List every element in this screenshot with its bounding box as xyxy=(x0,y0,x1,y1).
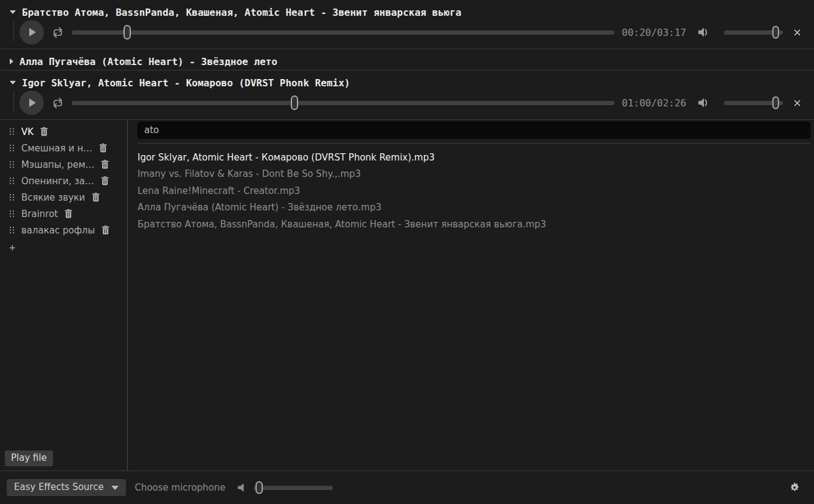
play-button[interactable] xyxy=(19,91,44,115)
sidebar-tab-openings[interactable]: Опенинги, за… xyxy=(0,173,127,189)
file-row[interactable]: Igor Sklyar, Atomic Heart - Комарово (DV… xyxy=(137,149,810,166)
seek-slider[interactable] xyxy=(72,30,614,35)
trash-icon[interactable] xyxy=(102,226,110,235)
tab-label: Смешная и н… xyxy=(21,143,92,154)
sidebar-tab-smeshnaya[interactable]: Смешная и н… xyxy=(0,140,127,156)
sidebar-tab-valakas[interactable]: валакас рофлы xyxy=(0,222,127,238)
sidebar-tab-mashups[interactable]: Мэшапы, рем… xyxy=(0,156,127,173)
file-name: Алла Пугачёва (Atomic Heart) - Звёздное … xyxy=(137,202,381,213)
track-row-3: Igor Sklyar, Atomic Heart - Комарово (DV… xyxy=(0,71,814,120)
seek-slider-handle[interactable] xyxy=(123,25,131,40)
sidebar-tab-vk[interactable]: VK xyxy=(0,123,127,140)
file-name: Imany vs. Filatov & Karas - Dont Be So S… xyxy=(137,168,361,179)
gear-icon[interactable] xyxy=(789,482,800,493)
source-selector-dropdown[interactable]: Easy Effects Source xyxy=(7,479,126,496)
expand-caret-icon[interactable] xyxy=(10,58,13,64)
volume-slider[interactable] xyxy=(724,101,783,105)
content-panel: Igor Sklyar, Atomic Heart - Комарово (DV… xyxy=(128,120,814,471)
tab-label: Brainrot xyxy=(21,209,58,219)
track-1-header[interactable]: Братство Атома, BassnPanda, Квашеная, At… xyxy=(0,4,814,21)
collapse-caret-icon[interactable] xyxy=(10,10,16,14)
repeat-icon[interactable] xyxy=(52,97,64,109)
file-list: Igor Sklyar, Atomic Heart - Комарово (DV… xyxy=(137,143,810,233)
drag-handle-icon[interactable] xyxy=(9,161,15,168)
repeat-icon[interactable] xyxy=(52,27,64,38)
source-selector-value: Easy Effects Source xyxy=(14,482,103,492)
close-icon[interactable] xyxy=(793,29,801,36)
add-tab-button[interactable]: + xyxy=(0,238,24,254)
file-row[interactable]: Imany vs. Filatov & Karas - Dont Be So S… xyxy=(137,166,810,183)
trash-icon[interactable] xyxy=(40,127,48,136)
trash-icon[interactable] xyxy=(92,193,100,202)
track-2-header[interactable]: Алла Пугачёва (Atomic Heart) - Звёздное … xyxy=(0,53,814,70)
choose-microphone-label: Choose microphone xyxy=(134,482,225,493)
trash-icon[interactable] xyxy=(101,160,109,169)
bottom-bar: Easy Effects Source Choose microphone xyxy=(0,471,814,504)
play-button[interactable] xyxy=(19,20,44,44)
drag-handle-icon[interactable] xyxy=(9,193,15,201)
volume-icon[interactable] xyxy=(697,97,710,108)
track-row-2: Алла Пугачёва (Atomic Heart) - Звёздное … xyxy=(0,49,814,71)
volume-slider-handle[interactable] xyxy=(773,97,779,109)
drag-handle-icon[interactable] xyxy=(9,226,15,234)
drag-handle-icon[interactable] xyxy=(9,144,15,152)
track-title: Братство Атома, BassnPanda, Квашеная, At… xyxy=(22,7,461,18)
track-title: Алла Пугачёва (Atomic Heart) - Звёздное … xyxy=(19,56,277,67)
playlist-sidebar: VK xyxy=(0,120,128,471)
main-area: VK xyxy=(0,120,814,471)
sidebar-tab-sounds[interactable]: Всякие звуки xyxy=(0,189,127,205)
sidebar-spacer xyxy=(0,254,127,450)
file-name: Братство Атома, BassnPanda, Квашеная, At… xyxy=(137,219,546,230)
play-file-button[interactable]: Play file xyxy=(5,450,53,466)
play-icon xyxy=(29,98,36,107)
tab-label: Мэшапы, рем… xyxy=(21,159,94,170)
drag-handle-icon[interactable] xyxy=(9,210,15,218)
muted-speaker-icon[interactable] xyxy=(237,483,245,492)
trash-icon[interactable] xyxy=(101,176,109,185)
track-3-controls: 01:00/02:26 xyxy=(0,91,814,119)
track-row-1: Братство Атома, BassnPanda, Квашеная, At… xyxy=(0,0,814,49)
file-name: Lena Raine!Minecraft - Creator.mp3 xyxy=(137,185,300,196)
file-name: Igor Sklyar, Atomic Heart - Комарово (DV… xyxy=(137,152,434,163)
collapse-caret-icon[interactable] xyxy=(10,81,16,85)
play-icon xyxy=(29,28,36,36)
track-1-controls: 00:20/03:17 xyxy=(0,21,814,49)
time-display: 00:20/03:17 xyxy=(622,27,686,38)
seek-slider-handle[interactable] xyxy=(291,95,298,110)
time-display: 01:00/02:26 xyxy=(622,97,686,109)
tab-label: VK xyxy=(21,126,33,137)
file-row[interactable]: Lena Raine!Minecraft - Creator.mp3 xyxy=(137,182,810,199)
microphone-volume-slider[interactable] xyxy=(254,486,333,490)
volume-slider[interactable] xyxy=(724,30,783,35)
sidebar-tab-brainrot[interactable]: Brainrot xyxy=(0,205,127,222)
trash-icon[interactable] xyxy=(64,209,72,218)
drag-handle-icon[interactable] xyxy=(9,177,15,185)
tab-label: валакас рофлы xyxy=(21,225,95,236)
search-input[interactable] xyxy=(137,122,810,139)
file-row[interactable]: Алла Пугачёва (Atomic Heart) - Звёздное … xyxy=(137,199,810,216)
track-3-header[interactable]: Igor Sklyar, Atomic Heart - Комарово (DV… xyxy=(0,74,814,91)
drag-handle-icon[interactable] xyxy=(9,128,15,136)
close-icon[interactable] xyxy=(793,99,801,107)
file-row[interactable]: Братство Атома, BassnPanda, Квашеная, At… xyxy=(137,216,810,233)
seek-slider[interactable] xyxy=(72,101,614,105)
tab-label: Всякие звуки xyxy=(21,192,85,203)
volume-icon[interactable] xyxy=(697,27,710,38)
tab-label: Опенинги, за… xyxy=(21,176,94,187)
trash-icon[interactable] xyxy=(99,143,107,153)
microphone-volume-handle[interactable] xyxy=(256,482,263,494)
soundboard-app: Братство Атома, BassnPanda, Квашеная, At… xyxy=(0,0,814,504)
volume-slider-handle[interactable] xyxy=(773,26,779,39)
track-title: Igor Sklyar, Atomic Heart - Комарово (DV… xyxy=(22,77,350,89)
chevron-down-icon xyxy=(111,486,119,490)
